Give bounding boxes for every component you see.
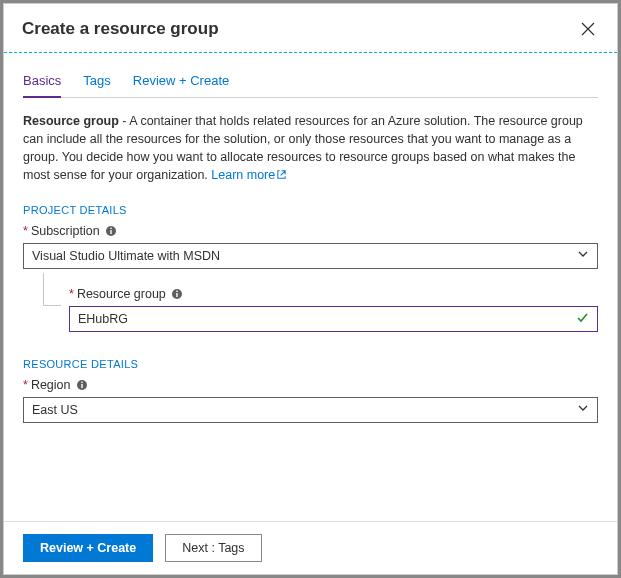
info-icon[interactable]	[171, 288, 183, 300]
svg-rect-4	[176, 293, 177, 297]
resource-group-input[interactable]: EHubRG	[69, 306, 598, 332]
subscription-label-row: * Subscription	[23, 224, 598, 238]
close-icon	[581, 22, 595, 36]
svg-rect-8	[81, 381, 82, 382]
section-project-details: PROJECT DETAILS	[23, 204, 598, 216]
description-lead: Resource group	[23, 114, 119, 128]
panel-header: Create a resource group	[4, 4, 617, 53]
region-label-row: * Region	[23, 378, 598, 392]
resource-group-label: Resource group	[77, 287, 166, 301]
required-star: *	[23, 224, 28, 238]
close-button[interactable]	[577, 18, 599, 40]
svg-rect-7	[81, 384, 82, 388]
required-star: *	[69, 287, 74, 301]
subscription-select[interactable]: Visual Studio Ultimate with MSDN	[23, 243, 598, 269]
review-create-button[interactable]: Review + Create	[23, 534, 153, 562]
resource-group-row: * Resource group EHubRG	[23, 279, 598, 332]
description-text: Resource group - A container that holds …	[23, 112, 598, 186]
chevron-down-icon	[577, 402, 589, 417]
check-icon	[576, 311, 589, 327]
region-select[interactable]: East US	[23, 397, 598, 423]
region-label: Region	[31, 378, 71, 392]
next-tags-button[interactable]: Next : Tags	[165, 534, 261, 562]
learn-more-label: Learn more	[211, 168, 275, 182]
tab-bar: Basics Tags Review + Create	[23, 67, 598, 98]
subscription-label: Subscription	[31, 224, 100, 238]
svg-rect-2	[110, 227, 111, 228]
svg-rect-1	[110, 230, 111, 234]
create-resource-group-panel: Create a resource group Basics Tags Revi…	[3, 3, 618, 575]
learn-more-link[interactable]: Learn more	[211, 168, 287, 182]
svg-rect-5	[176, 290, 177, 291]
region-value: East US	[32, 403, 78, 417]
external-link-icon	[276, 167, 287, 185]
panel-content: Basics Tags Review + Create Resource gro…	[4, 53, 617, 521]
resource-group-value: EHubRG	[78, 312, 128, 326]
info-icon[interactable]	[76, 379, 88, 391]
nest-connector	[23, 279, 69, 332]
required-star: *	[23, 378, 28, 392]
info-icon[interactable]	[105, 225, 117, 237]
tab-basics[interactable]: Basics	[23, 67, 61, 97]
resource-group-label-row: * Resource group	[69, 287, 598, 301]
section-resource-details: RESOURCE DETAILS	[23, 358, 598, 370]
panel-footer: Review + Create Next : Tags	[4, 521, 617, 574]
tab-review-create[interactable]: Review + Create	[133, 67, 229, 97]
tab-tags[interactable]: Tags	[83, 67, 110, 97]
chevron-down-icon	[577, 248, 589, 263]
subscription-value: Visual Studio Ultimate with MSDN	[32, 249, 220, 263]
panel-title: Create a resource group	[22, 19, 219, 39]
